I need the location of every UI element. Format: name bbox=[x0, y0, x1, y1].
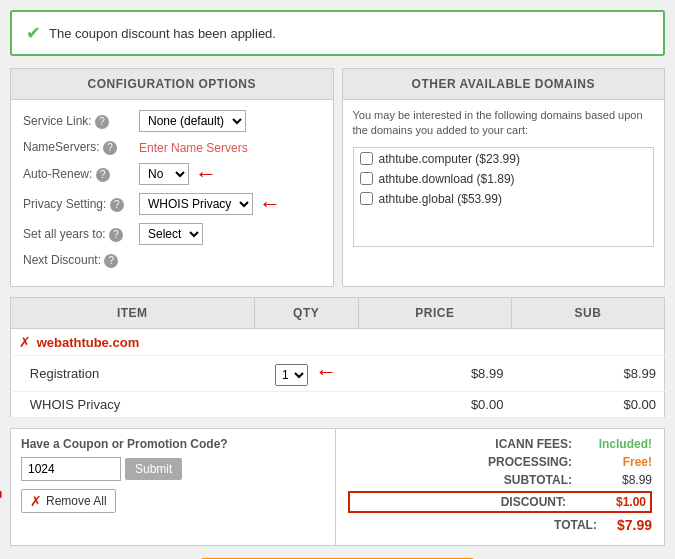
domains-header: OTHER AVAILABLE DOMAINS bbox=[343, 69, 665, 100]
privacy-setting-row: Privacy Setting: ? WHOIS Privacy None ← bbox=[23, 193, 321, 215]
domains-panel: OTHER AVAILABLE DOMAINS You may be inter… bbox=[342, 68, 666, 287]
domain-item-cell: ✗ webathtube.com bbox=[11, 329, 255, 356]
set-years-select[interactable]: Select 1 2 3 bbox=[139, 223, 203, 245]
total-label: TOTAL: bbox=[497, 518, 597, 532]
subtotal-value: $8.99 bbox=[592, 473, 652, 487]
set-years-help[interactable]: ? bbox=[109, 228, 123, 242]
whois-sub-cell: $0.00 bbox=[511, 392, 664, 418]
service-link-label: Service Link: ? bbox=[23, 114, 133, 129]
registration-item-cell: Registration bbox=[11, 356, 255, 392]
table-row: Registration 1 2 3 ← $8.99 $8.99 bbox=[11, 356, 665, 392]
processing-value: Free! bbox=[592, 455, 652, 469]
col-item: ITEM bbox=[11, 298, 255, 329]
whois-label: WHOIS Privacy bbox=[30, 397, 120, 412]
next-discount-row: Next Discount: ? bbox=[23, 253, 321, 268]
domain-checkbox-2[interactable] bbox=[360, 172, 373, 185]
enter-nameservers-link[interactable]: Enter Name Servers bbox=[139, 141, 248, 155]
summary-section: ICANN FEES: Included! PROCESSING: Free! … bbox=[335, 428, 665, 546]
qty-arrow: ← bbox=[315, 361, 337, 383]
next-discount-help[interactable]: ? bbox=[104, 254, 118, 268]
icann-row: ICANN FEES: Included! bbox=[348, 437, 652, 451]
success-message: The coupon discount has been applied. bbox=[49, 26, 276, 41]
col-qty: QTY bbox=[254, 298, 358, 329]
cart-table: ITEM QTY PRICE SUB ✗ webathtube.com Regi… bbox=[10, 297, 665, 418]
discount-value: $1.00 bbox=[586, 495, 646, 509]
set-years-label: Set all years to: ? bbox=[23, 227, 133, 242]
nameservers-control: Enter Name Servers bbox=[139, 141, 248, 155]
subtotal-label: SUBTOTAL: bbox=[472, 473, 572, 487]
domain-price-cell bbox=[358, 329, 511, 356]
remove-domain-icon[interactable]: ✗ bbox=[19, 334, 31, 350]
auto-renew-label: Auto-Renew: ? bbox=[23, 167, 133, 182]
processing-label: PROCESSING: bbox=[472, 455, 572, 469]
whois-qty-cell bbox=[254, 392, 358, 418]
remove-all-button[interactable]: ✗ Remove All bbox=[21, 489, 116, 513]
domain-name-3: athtube.global ($53.99) bbox=[379, 192, 502, 206]
coupon-section: Have a Coupon or Promotion Code? Submit … bbox=[10, 428, 335, 546]
remove-icon: ✗ bbox=[30, 493, 42, 509]
list-item: athtube.global ($53.99) bbox=[360, 192, 648, 206]
whois-item-cell: WHOIS Privacy bbox=[11, 392, 255, 418]
coupon-input-row: Submit bbox=[21, 457, 325, 481]
registration-price-cell: $8.99 bbox=[358, 356, 511, 392]
bottom-row: Have a Coupon or Promotion Code? Submit … bbox=[10, 428, 665, 546]
privacy-setting-arrow: ← bbox=[259, 193, 281, 215]
domain-name-link[interactable]: webathtube.com bbox=[37, 335, 140, 350]
registration-sub-cell: $8.99 bbox=[511, 356, 664, 392]
set-years-row: Set all years to: ? Select 1 2 3 bbox=[23, 223, 321, 245]
config-body: Service Link: ? None (default) NameServe… bbox=[11, 100, 333, 286]
domains-body: You may be interested in the following d… bbox=[343, 100, 665, 255]
domain-name-2: athtube.download ($1.89) bbox=[379, 172, 515, 186]
coupon-input[interactable] bbox=[21, 457, 121, 481]
list-item: athtube.computer ($23.99) bbox=[360, 152, 648, 166]
success-banner: ✔ The coupon discount has been applied. bbox=[10, 10, 665, 56]
processing-row: PROCESSING: Free! bbox=[348, 455, 652, 469]
next-discount-label: Next Discount: ? bbox=[23, 253, 133, 268]
auto-renew-arrow: ← bbox=[195, 163, 217, 185]
icann-label: ICANN FEES: bbox=[472, 437, 572, 451]
table-row: ✗ webathtube.com bbox=[11, 329, 665, 356]
coupon-title: Have a Coupon or Promotion Code? bbox=[21, 437, 325, 451]
config-header: CONFIGURATION OPTIONS bbox=[11, 69, 333, 100]
remove-all-label: Remove All bbox=[46, 494, 107, 508]
auto-renew-control: No Yes ← bbox=[139, 163, 217, 185]
privacy-setting-help[interactable]: ? bbox=[110, 198, 124, 212]
domain-sub-cell bbox=[511, 329, 664, 356]
privacy-setting-control: WHOIS Privacy None ← bbox=[139, 193, 281, 215]
nameservers-help[interactable]: ? bbox=[103, 141, 117, 155]
config-panel: CONFIGURATION OPTIONS Service Link: ? No… bbox=[10, 68, 334, 287]
service-link-row: Service Link: ? None (default) bbox=[23, 110, 321, 132]
domain-qty-cell bbox=[254, 329, 358, 356]
main-row: CONFIGURATION OPTIONS Service Link: ? No… bbox=[10, 68, 665, 287]
service-link-control: None (default) bbox=[139, 110, 246, 132]
auto-renew-select[interactable]: No Yes bbox=[139, 163, 189, 185]
discount-label: DISCOUNT: bbox=[466, 495, 566, 509]
checkmark-icon: ✔ bbox=[26, 22, 41, 44]
privacy-setting-label: Privacy Setting: ? bbox=[23, 197, 133, 212]
privacy-setting-select[interactable]: WHOIS Privacy None bbox=[139, 193, 253, 215]
icann-value: Included! bbox=[592, 437, 652, 451]
auto-renew-row: Auto-Renew: ? No Yes ← bbox=[23, 163, 321, 185]
coupon-submit-button[interactable]: Submit bbox=[125, 458, 182, 480]
set-years-control: Select 1 2 3 bbox=[139, 223, 203, 245]
whois-price-cell: $0.00 bbox=[358, 392, 511, 418]
table-row: WHOIS Privacy $0.00 $0.00 bbox=[11, 392, 665, 418]
discount-row: DISCOUNT: $1.00 bbox=[348, 491, 652, 513]
domain-name-1: athtube.computer ($23.99) bbox=[379, 152, 520, 166]
service-link-help[interactable]: ? bbox=[95, 115, 109, 129]
auto-renew-help[interactable]: ? bbox=[96, 168, 110, 182]
nameservers-row: NameServers: ? Enter Name Servers bbox=[23, 140, 321, 155]
col-price: PRICE bbox=[358, 298, 511, 329]
list-item: athtube.download ($1.89) bbox=[360, 172, 648, 186]
registration-qty-cell: 1 2 3 ← bbox=[254, 356, 358, 392]
registration-label: Registration bbox=[30, 366, 99, 381]
domain-checkbox-3[interactable] bbox=[360, 192, 373, 205]
domains-list: athtube.computer ($23.99) athtube.downlo… bbox=[353, 147, 655, 247]
domains-description: You may be interested in the following d… bbox=[353, 108, 655, 139]
subtotal-row: SUBTOTAL: $8.99 bbox=[348, 473, 652, 487]
nameservers-label: NameServers: ? bbox=[23, 140, 133, 155]
service-link-select[interactable]: None (default) bbox=[139, 110, 246, 132]
domain-checkbox-1[interactable] bbox=[360, 152, 373, 165]
registration-qty-select[interactable]: 1 2 3 bbox=[275, 364, 308, 386]
col-sub: SUB bbox=[511, 298, 664, 329]
